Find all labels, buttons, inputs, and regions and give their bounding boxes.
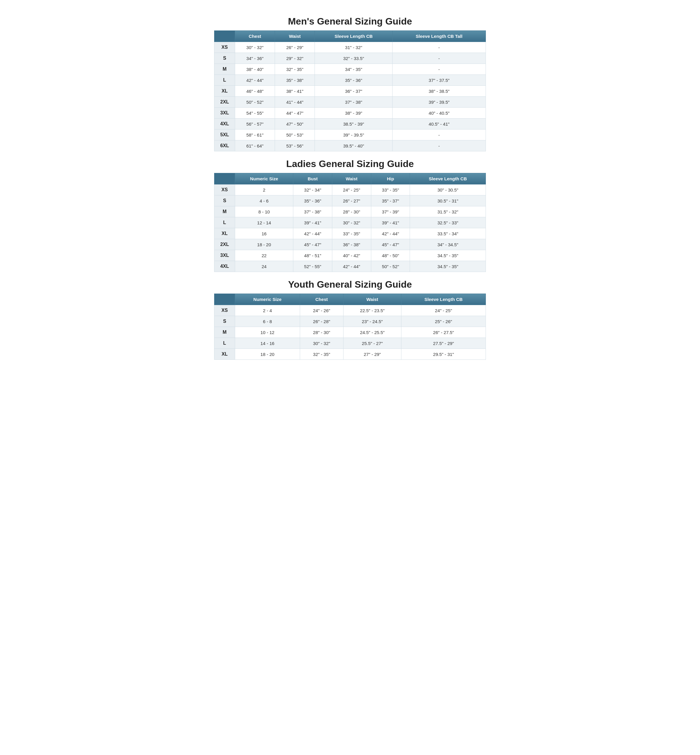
ladies-cell-0-5: 30" - 30.5" xyxy=(410,185,486,196)
ladies-cell-2-1: 8 - 10 xyxy=(235,206,293,217)
youth-cell-4-4: 29.5" - 31" xyxy=(402,349,486,360)
table-row: 2XL50" - 52"41" - 44"37" - 38"39" - 39.5… xyxy=(214,97,486,108)
table-row: 4XL56" - 57"47" - 50"38.5" - 39"40.5" - … xyxy=(214,119,486,130)
mens-cell-1-4: - xyxy=(392,53,486,64)
ladies-cell-3-5: 32.5" - 33" xyxy=(410,217,486,228)
mens-cell-7-2: 47" - 50" xyxy=(275,119,315,130)
mens-cell-0-2: 26" - 29" xyxy=(275,42,315,53)
mens-cell-9-3: 39.5" - 40" xyxy=(315,140,392,151)
mens-table: ChestWaistSleeve Length CBSleeve Length … xyxy=(214,30,486,151)
youth-cell-4-3: 27" - 29" xyxy=(343,349,401,360)
youth-header-3: Waist xyxy=(343,294,401,305)
table-row: 4XL2452" - 55"42" - 44"50" - 52"34.5" - … xyxy=(214,261,486,272)
youth-cell-3-1: 14 - 16 xyxy=(235,338,300,349)
youth-cell-4-0: XL xyxy=(214,349,235,360)
ladies-cell-7-3: 42" - 44" xyxy=(332,261,371,272)
mens-cell-9-1: 61" - 64" xyxy=(235,140,275,151)
mens-header-0 xyxy=(214,31,235,42)
ladies-cell-5-1: 18 - 20 xyxy=(235,239,293,250)
ladies-cell-4-5: 33.5" - 34" xyxy=(410,228,486,239)
mens-cell-2-1: 38" - 40" xyxy=(235,64,275,75)
mens-cell-7-1: 56" - 57" xyxy=(235,119,275,130)
mens-cell-3-4: 37" - 37.5" xyxy=(392,75,486,86)
mens-header-1: Chest xyxy=(235,31,275,42)
youth-thead: Numeric SizeChestWaistSleeve Length CB xyxy=(214,294,486,305)
mens-cell-2-0: M xyxy=(214,64,235,75)
youth-cell-1-3: 23" - 24.5" xyxy=(343,316,401,327)
mens-cell-3-0: L xyxy=(214,75,235,86)
ladies-cell-2-3: 28" - 30" xyxy=(332,206,371,217)
ladies-header-2: Bust xyxy=(293,173,332,185)
ladies-tbody: XS232" - 34"24" - 25"33" - 35"30" - 30.5… xyxy=(214,185,486,272)
ladies-section: Ladies General Sizing Guide Numeric Size… xyxy=(214,158,486,272)
ladies-cell-2-5: 31.5" - 32" xyxy=(410,206,486,217)
ladies-cell-1-1: 4 - 6 xyxy=(235,196,293,206)
ladies-cell-4-1: 16 xyxy=(235,228,293,239)
ladies-cell-6-5: 34.5" - 35" xyxy=(410,250,486,261)
youth-cell-3-0: L xyxy=(214,338,235,349)
table-row: M8 - 1037" - 38"28" - 30"37" - 39"31.5" … xyxy=(214,206,486,217)
ladies-cell-2-2: 37" - 38" xyxy=(293,206,332,217)
youth-header-0 xyxy=(214,294,235,305)
youth-cell-3-3: 25.5" - 27" xyxy=(343,338,401,349)
ladies-cell-4-2: 42" - 44" xyxy=(293,228,332,239)
ladies-header-row: Numeric SizeBustWaistHipSleeve Length CB xyxy=(214,173,486,185)
table-row: L14 - 1630" - 32"25.5" - 27"27.5" - 29" xyxy=(214,338,486,349)
mens-cell-1-0: S xyxy=(214,53,235,64)
ladies-title: Ladies General Sizing Guide xyxy=(214,158,486,169)
youth-cell-2-4: 26" - 27.5" xyxy=(402,327,486,338)
table-row: M38" - 40"32" - 35"34" - 35"- xyxy=(214,64,486,75)
mens-cell-3-2: 35" - 38" xyxy=(275,75,315,86)
ladies-cell-5-0: 2XL xyxy=(214,239,235,250)
table-row: XL18 - 2032" - 35"27" - 29"29.5" - 31" xyxy=(214,349,486,360)
youth-cell-2-0: M xyxy=(214,327,235,338)
mens-cell-3-3: 35" - 36" xyxy=(315,75,392,86)
mens-header-2: Waist xyxy=(275,31,315,42)
ladies-cell-3-2: 39" - 41" xyxy=(293,217,332,228)
ladies-table: Numeric SizeBustWaistHipSleeve Length CB… xyxy=(214,173,486,272)
mens-header-row: ChestWaistSleeve Length CBSleeve Length … xyxy=(214,31,486,42)
youth-cell-2-3: 24.5" - 25.5" xyxy=(343,327,401,338)
youth-cell-0-1: 2 - 4 xyxy=(235,305,300,316)
mens-cell-4-2: 38" - 41" xyxy=(275,86,315,97)
mens-cell-0-0: XS xyxy=(214,42,235,53)
ladies-cell-1-2: 35" - 36" xyxy=(293,196,332,206)
table-row: 3XL2248" - 51"40" - 42"48" - 50"34.5" - … xyxy=(214,250,486,261)
table-row: XL46" - 48"38" - 41"36" - 37"38" - 38.5" xyxy=(214,86,486,97)
mens-cell-2-2: 32" - 35" xyxy=(275,64,315,75)
youth-cell-0-2: 24" - 26" xyxy=(300,305,343,316)
youth-cell-1-2: 26" - 28" xyxy=(300,316,343,327)
ladies-cell-4-0: XL xyxy=(214,228,235,239)
mens-cell-9-4: - xyxy=(392,140,486,151)
youth-cell-4-2: 32" - 35" xyxy=(300,349,343,360)
mens-cell-4-4: 38" - 38.5" xyxy=(392,86,486,97)
ladies-cell-5-4: 45" - 47" xyxy=(371,239,410,250)
table-row: XS2 - 424" - 26"22.5" - 23.5"24" - 25" xyxy=(214,305,486,316)
ladies-cell-0-4: 33" - 35" xyxy=(371,185,410,196)
table-row: M10 - 1228" - 30"24.5" - 25.5"26" - 27.5… xyxy=(214,327,486,338)
mens-cell-9-2: 53" - 56" xyxy=(275,140,315,151)
mens-cell-6-2: 44" - 47" xyxy=(275,108,315,119)
table-row: L12 - 1439" - 41"30" - 32"39" - 41"32.5"… xyxy=(214,217,486,228)
youth-cell-0-3: 22.5" - 23.5" xyxy=(343,305,401,316)
ladies-cell-3-0: L xyxy=(214,217,235,228)
ladies-cell-0-0: XS xyxy=(214,185,235,196)
mens-cell-8-0: 5XL xyxy=(214,130,235,140)
mens-cell-2-3: 34" - 35" xyxy=(315,64,392,75)
ladies-cell-0-2: 32" - 34" xyxy=(293,185,332,196)
ladies-cell-0-1: 2 xyxy=(235,185,293,196)
mens-cell-8-1: 58" - 61" xyxy=(235,130,275,140)
mens-cell-0-4: - xyxy=(392,42,486,53)
ladies-cell-0-3: 24" - 25" xyxy=(332,185,371,196)
mens-cell-3-1: 42" - 44" xyxy=(235,75,275,86)
youth-section: Youth General Sizing Guide Numeric SizeC… xyxy=(214,279,486,360)
table-row: 5XL58" - 61"50" - 53"39" - 39.5"- xyxy=(214,130,486,140)
mens-cell-1-3: 32" - 33.5" xyxy=(315,53,392,64)
ladies-cell-5-5: 34" - 34.5" xyxy=(410,239,486,250)
mens-cell-7-0: 4XL xyxy=(214,119,235,130)
table-row: S4 - 635" - 36"26" - 27"35" - 37"30.5" -… xyxy=(214,196,486,206)
ladies-cell-5-3: 36" - 38" xyxy=(332,239,371,250)
mens-cell-2-4: - xyxy=(392,64,486,75)
ladies-cell-6-1: 22 xyxy=(235,250,293,261)
mens-cell-8-2: 50" - 53" xyxy=(275,130,315,140)
